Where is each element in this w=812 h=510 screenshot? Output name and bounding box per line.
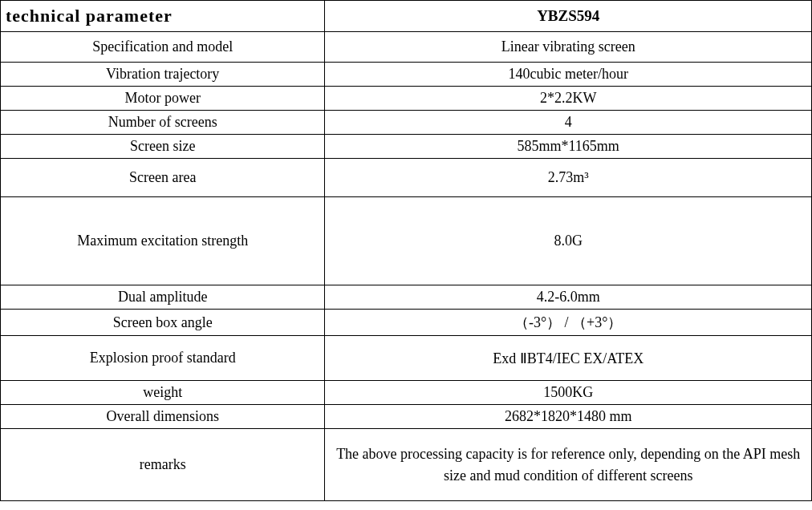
table-row: remarks The above processing capacity is… <box>1 429 812 501</box>
table-row: Specification and model Linear vibrating… <box>1 32 812 63</box>
table-row: Number of screens 4 <box>1 111 812 135</box>
param-value: 2*2.2KW <box>325 87 812 111</box>
param-value: 585mm*1165mm <box>325 135 812 159</box>
table-header-parameter: technical parameter <box>1 1 325 32</box>
table-header-model: YBZS594 <box>325 1 812 32</box>
param-value: 1500KG <box>325 381 812 405</box>
param-label: Vibration trajectory <box>1 63 325 87</box>
param-label: Screen box angle <box>1 310 325 336</box>
param-label: Screen size <box>1 135 325 159</box>
table-row: Maximum excitation strength 8.0G <box>1 197 812 285</box>
param-label: remarks <box>1 429 325 501</box>
param-value: 8.0G <box>325 197 812 285</box>
table-row: Vibration trajectory 140cubic meter/hour <box>1 63 812 87</box>
table-row: Screen size 585mm*1165mm <box>1 135 812 159</box>
table-row: Dual amplitude 4.2-6.0mm <box>1 285 812 310</box>
param-value: Linear vibrating screen <box>325 32 812 63</box>
param-value: 2.73m³ <box>325 159 812 197</box>
param-label: Specification and model <box>1 32 325 63</box>
table-row: Overall dimensions 2682*1820*1480 mm <box>1 405 812 429</box>
table-row: Motor power 2*2.2KW <box>1 87 812 111</box>
table-row: Screen area 2.73m³ <box>1 159 812 197</box>
table-row: weight 1500KG <box>1 381 812 405</box>
param-label: weight <box>1 381 325 405</box>
technical-parameter-table: technical parameter YBZS594 Specificatio… <box>0 0 812 501</box>
param-value: The above processing capacity is for ref… <box>325 429 812 501</box>
param-label: Maximum excitation strength <box>1 197 325 285</box>
param-label: Explosion proof standard <box>1 336 325 381</box>
param-value: Exd ⅡBT4/IEC EX/ATEX <box>325 336 812 381</box>
table-row: Screen box angle （-3°） / （+3°） <box>1 310 812 336</box>
param-label: Number of screens <box>1 111 325 135</box>
param-label: Overall dimensions <box>1 405 325 429</box>
param-value: 2682*1820*1480 mm <box>325 405 812 429</box>
param-label: Motor power <box>1 87 325 111</box>
param-value: 4.2-6.0mm <box>325 285 812 310</box>
param-label: Dual amplitude <box>1 285 325 310</box>
param-value: 4 <box>325 111 812 135</box>
param-value: 140cubic meter/hour <box>325 63 812 87</box>
table-row: Explosion proof standard Exd ⅡBT4/IEC EX… <box>1 336 812 381</box>
param-value: （-3°） / （+3°） <box>325 310 812 336</box>
param-label: Screen area <box>1 159 325 197</box>
